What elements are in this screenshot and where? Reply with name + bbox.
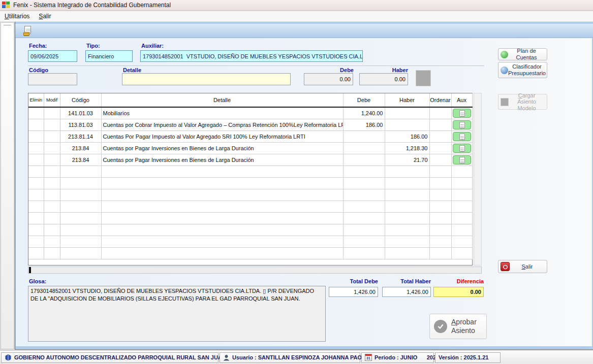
table-row[interactable]: 213.81.14Cuentas Por Pagar Impuesto al V…: [28, 130, 472, 142]
aux-button[interactable]: [453, 120, 471, 129]
app-window-icon: [2, 2, 10, 9]
blue-sphere-icon: [501, 67, 508, 74]
add-entry-button[interactable]: [416, 70, 431, 86]
panel-grip[interactable]: [4, 25, 11, 26]
cell-haber: 186.00: [385, 130, 429, 142]
table-row-empty: [28, 236, 472, 247]
salir-button[interactable]: Salir: [498, 260, 547, 273]
cell-detalle: [101, 247, 343, 259]
column-header-ordenar: Ordenar: [429, 93, 451, 107]
document-icon: [459, 110, 465, 117]
clasificador-label: Clasificador Presupuestario: [508, 63, 546, 76]
cell-detalle: Cuentas por Pagar Inversiones en Bienes …: [101, 154, 343, 166]
cell-haber: 1,218.30: [385, 142, 429, 154]
plan-de-cuentas-button[interactable]: Plan de Cuentas: [498, 48, 547, 60]
cell-haber: [385, 201, 429, 212]
total-haber-field: 1,426.00: [382, 287, 431, 297]
cell-detalle: [101, 212, 343, 224]
column-header-código: Código: [60, 93, 101, 107]
cell-debe: [343, 201, 385, 212]
diferencia-field: 0.00: [433, 287, 484, 297]
journal-entry-icon[interactable]: [23, 26, 34, 36]
cell-haber: [385, 189, 429, 201]
column-header-modif: Modif: [44, 93, 60, 107]
cell-detalle: [101, 224, 343, 236]
cell-haber: [385, 119, 429, 130]
calendar-icon: 31: [365, 354, 372, 361]
scrollbar-thumb[interactable]: [29, 267, 31, 273]
cell-debe: [343, 130, 385, 142]
table-row-empty: [28, 224, 472, 236]
fecha-label: Fecha:: [29, 43, 47, 49]
column-header-aux: Aux: [451, 93, 472, 107]
auxiliar-field[interactable]: 1793014852001 VTSTUDIO, DISEÑO DE MUEBLE…: [140, 50, 363, 62]
fecha-field[interactable]: 09/06/2025: [28, 50, 77, 62]
cell-debe: 186.00: [343, 119, 385, 130]
haber-label: Haber: [356, 67, 408, 73]
cell-detalle: Cuentas por Pagar Inversiones en Bienes …: [101, 142, 343, 154]
detalle-input[interactable]: [122, 73, 291, 85]
table-vertical-scrollbar[interactable]: [474, 93, 482, 266]
cell-haber: [385, 177, 429, 189]
column-header-debe: Debe: [343, 93, 385, 107]
table-row[interactable]: 113.81.03Cuentas por Cobrar Impuesto al …: [28, 119, 472, 130]
table-row[interactable]: 213.84Cuentas por Pagar Inversiones en B…: [28, 142, 472, 154]
cell-haber: [385, 247, 429, 259]
cell-detalle: Cuentas Por Pagar Impuesto al Valor Agre…: [101, 130, 343, 142]
status-version: Versión : 2025.1.21: [435, 352, 501, 363]
menu-salir[interactable]: Salir: [34, 12, 55, 21]
book-icon: [5, 354, 12, 361]
tipo-label: Tipo:: [86, 43, 100, 49]
cell-codigo: 113.81.03: [60, 119, 101, 130]
cell-codigo: 213.84: [60, 154, 101, 166]
cell-haber: [385, 224, 429, 236]
cell-haber: [385, 236, 429, 247]
cell-debe: 1,240.00: [343, 107, 385, 119]
aprobar-asiento-button[interactable]: Aprobar Asiento: [429, 314, 487, 339]
form-toolbar: [15, 24, 593, 38]
aux-button[interactable]: [453, 155, 471, 164]
cell-codigo: [60, 189, 101, 201]
codigo-input[interactable]: [28, 73, 77, 85]
power-icon: [501, 262, 510, 271]
total-haber-label: Total Haber: [382, 278, 431, 284]
document-icon: [459, 122, 465, 128]
codigo-label: Código: [29, 67, 48, 73]
cell-codigo: [60, 236, 101, 247]
cell-debe: [343, 212, 385, 224]
table-horizontal-scrollbar[interactable]: [28, 267, 482, 274]
auxiliar-label: Auxiliar:: [141, 43, 164, 49]
status-bar: GOBIERNO AUTONOMO DESCENTRALIZADO PARROQ…: [0, 350, 593, 364]
table-row-empty: [28, 247, 472, 259]
cell-debe: [343, 142, 385, 154]
cell-codigo: [60, 166, 101, 177]
cell-detalle: Mobiliarios: [101, 107, 343, 119]
cell-codigo: 213.84: [60, 142, 101, 154]
cell-detalle: [101, 177, 343, 189]
table-row-empty: [28, 166, 472, 177]
aux-button[interactable]: [453, 109, 471, 118]
haber-input[interactable]: 0.00: [359, 73, 408, 85]
table-row[interactable]: 213.84Cuentas por Pagar Inversiones en B…: [28, 154, 472, 166]
glosa-label: Glosa:: [29, 278, 46, 284]
cell-codigo: [60, 201, 101, 212]
entries-table: EliminModifCódigoDetalleDebeHaberOrdenar…: [28, 93, 473, 266]
glosa-textarea[interactable]: 1793014852001 VTSTUDIO, DISEÑO DE MUEBLE…: [28, 286, 326, 342]
entry-form: Fecha: 09/06/2025 Tipo: Financiero Auxil…: [16, 38, 592, 346]
clasificador-presupuestario-button[interactable]: Clasificador Presupuestario: [498, 62, 547, 78]
aux-button[interactable]: [453, 132, 471, 141]
cell-debe: [343, 247, 385, 259]
document-icon: [459, 145, 465, 152]
debe-input[interactable]: 0.00: [304, 73, 353, 85]
aux-button[interactable]: [453, 144, 471, 153]
collapsed-side-panel[interactable]: [1, 22, 14, 349]
window-title: Fenix - Sistema Integrado de Contabilida…: [13, 2, 171, 9]
menu-utilitarios[interactable]: Utilitarios: [0, 12, 34, 21]
diferencia-label: Diferencia: [433, 278, 484, 284]
table-row[interactable]: 141.01.03Mobiliarios1,240.00: [28, 107, 472, 119]
separator-line: [28, 65, 484, 66]
entries-table-header: EliminModifCódigoDetalleDebeHaberOrdenar…: [28, 93, 472, 107]
check-icon: [434, 320, 447, 333]
tipo-field[interactable]: Financiero: [85, 50, 133, 62]
cell-codigo: 141.01.03: [60, 107, 101, 119]
